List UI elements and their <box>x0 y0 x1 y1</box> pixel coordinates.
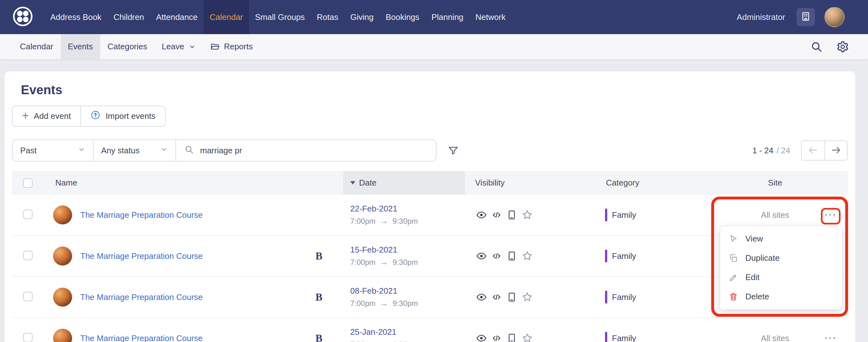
next-page-button[interactable] <box>825 141 847 160</box>
featured-star-icon <box>522 333 533 342</box>
app-tablet-icon <box>506 333 517 342</box>
category-label: Family <box>612 334 636 342</box>
filter-funnel-icon[interactable] <box>448 145 459 156</box>
upload-icon <box>90 110 100 122</box>
top-nav-items: Address BookChildrenAttendanceCalendarSm… <box>44 0 512 34</box>
chevron-down-icon <box>189 43 196 50</box>
app-logo[interactable] <box>13 0 33 34</box>
page-title: Events <box>21 82 848 97</box>
nav-item-planning[interactable]: Planning <box>426 0 469 34</box>
subnav-item-events[interactable]: Events <box>61 34 100 59</box>
event-date-link[interactable]: 08-Feb-2021 <box>350 286 397 296</box>
column-header-visibility[interactable]: Visibility <box>465 171 597 195</box>
add-event-button[interactable]: + Add event <box>13 106 80 126</box>
app-tablet-icon <box>506 251 517 261</box>
pagination-range: 1 - 24 <box>752 146 774 156</box>
table-header-row: Name Date Visibility Category Site <box>12 171 848 195</box>
sites-button[interactable] <box>797 8 815 26</box>
filter-row: Past Any status <box>12 139 848 161</box>
event-name-link[interactable]: The Marriage Preparation Course <box>80 210 203 220</box>
event-thumbnail <box>53 247 72 266</box>
search-icon[interactable] <box>810 41 823 53</box>
menu-item-delete[interactable]: Delete <box>720 287 842 306</box>
row-checkbox[interactable] <box>23 251 33 260</box>
event-date-link[interactable]: 25-Jan-2021 <box>350 327 396 337</box>
menu-item-view[interactable]: View <box>720 229 842 248</box>
arrow-left-icon <box>808 145 818 156</box>
arrow-right-icon: → <box>380 299 388 308</box>
status-select-value: Any status <box>101 146 140 156</box>
booking-badge: B <box>315 291 322 303</box>
nav-item-children[interactable]: Children <box>107 0 150 34</box>
booking-badge: B <box>315 250 322 262</box>
sub-nav-right <box>810 34 849 59</box>
previous-page-button[interactable] <box>802 141 825 160</box>
column-header-date[interactable]: Date <box>343 171 465 195</box>
status-select[interactable]: Any status <box>94 140 176 161</box>
toolbar: + Add event Import events <box>12 105 166 127</box>
column-header-category[interactable]: Category <box>597 171 724 195</box>
row-actions-menu: View Duplicate Edit Delete <box>720 226 842 310</box>
nav-item-calendar[interactable]: Calendar <box>204 0 249 34</box>
subnav-item-reports[interactable]: Reports <box>203 34 260 59</box>
select-all-checkbox[interactable] <box>23 178 33 188</box>
import-events-label: Import events <box>105 111 156 121</box>
nav-item-attendance[interactable]: Attendance <box>150 0 204 34</box>
arrow-right-icon <box>831 145 841 156</box>
top-nav-right: Administrator <box>737 0 845 34</box>
row-actions-button[interactable]: ··· <box>825 210 837 220</box>
featured-star-icon <box>522 250 533 262</box>
booking-badge: B <box>315 333 322 342</box>
subnav-item-calendar[interactable]: Calendar <box>13 34 61 59</box>
event-name-link[interactable]: The Marriage Preparation Course <box>80 334 203 342</box>
column-header-site[interactable]: Site <box>724 171 848 195</box>
pencil-icon <box>728 273 738 282</box>
period-select-value: Past <box>20 146 37 156</box>
nav-item-bookings[interactable]: Bookings <box>380 0 426 34</box>
search-input-value: marriage pr <box>200 146 242 156</box>
site-label: All sites <box>761 210 789 220</box>
subnav-item-categories[interactable]: Categories <box>100 34 155 59</box>
top-nav: Address BookChildrenAttendanceCalendarSm… <box>0 0 868 34</box>
row-checkbox[interactable] <box>23 333 33 342</box>
user-avatar[interactable] <box>825 7 845 27</box>
app-tablet-icon <box>506 210 517 220</box>
category-color-bar <box>605 209 607 221</box>
nav-item-address-book[interactable]: Address Book <box>44 0 107 34</box>
menu-item-duplicate[interactable]: Duplicate <box>720 248 842 268</box>
search-input[interactable]: marriage pr <box>176 140 436 161</box>
nav-item-network[interactable]: Network <box>469 0 512 34</box>
row-checkbox[interactable] <box>23 292 33 301</box>
nav-item-small-groups[interactable]: Small Groups <box>249 0 311 34</box>
subnav-item-leave[interactable]: Leave <box>155 34 203 59</box>
category-color-bar <box>605 250 607 262</box>
column-header-name[interactable]: Name <box>46 171 343 195</box>
category-label: Family <box>612 292 636 302</box>
event-name-link[interactable]: The Marriage Preparation Course <box>80 292 203 302</box>
nav-item-giving[interactable]: Giving <box>344 0 380 34</box>
search-icon <box>184 145 194 156</box>
pagination: 1 - 24 / 24 <box>752 141 848 161</box>
event-thumbnail <box>53 329 72 342</box>
arrow-right-icon: → <box>380 216 388 226</box>
pagination-buttons <box>801 141 848 161</box>
embed-code-icon <box>491 210 502 220</box>
trash-icon <box>728 292 738 302</box>
event-time: 7:00pm → 9:30pm <box>350 216 465 226</box>
event-date-link[interactable]: 22-Feb-2021 <box>350 204 397 214</box>
event-name-link[interactable]: The Marriage Preparation Course <box>80 251 203 261</box>
gear-icon[interactable] <box>836 40 849 53</box>
nav-item-rotas[interactable]: Rotas <box>311 0 344 34</box>
import-events-button[interactable]: Import events <box>80 106 165 126</box>
event-time: 7:00pm → 9:30pm <box>350 339 465 342</box>
app-logo-icon <box>13 6 33 28</box>
category-color-bar <box>605 291 607 304</box>
add-event-label: Add event <box>34 111 71 121</box>
event-date-link[interactable]: 15-Feb-2021 <box>350 245 397 255</box>
sub-nav-items: Calendar Events Categories Leave Reports <box>13 34 260 59</box>
row-actions-button[interactable]: ··· <box>825 334 837 342</box>
row-checkbox[interactable] <box>23 210 33 219</box>
menu-item-edit[interactable]: Edit <box>720 268 842 287</box>
period-select[interactable]: Past <box>13 140 94 161</box>
sub-nav: Calendar Events Categories Leave Reports <box>0 34 868 59</box>
